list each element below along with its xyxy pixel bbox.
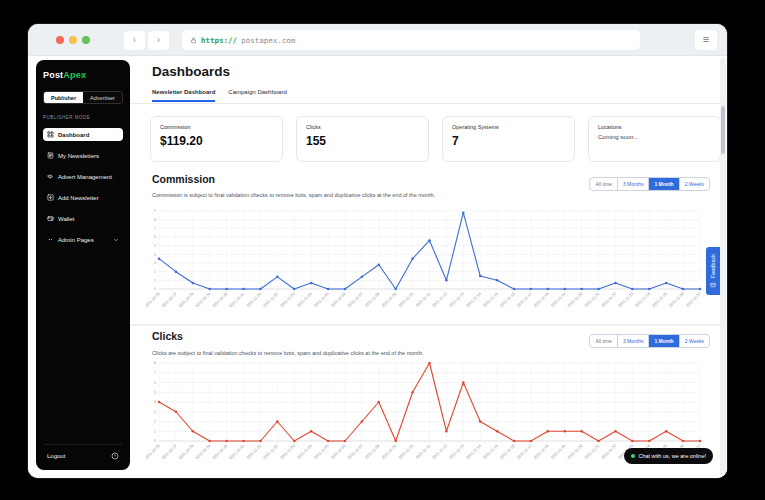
svg-text:2021-11-03: 2021-11-03 <box>280 444 296 460</box>
svg-text:3: 3 <box>154 261 156 265</box>
svg-text:2021-11-15: 2021-11-15 <box>482 292 498 308</box>
svg-text:2021-11-21: 2021-11-21 <box>584 292 600 308</box>
back-button[interactable]: ‹ <box>124 31 145 50</box>
stat-card-commission: Commission$119.20 <box>150 116 283 162</box>
scrollbar-track[interactable] <box>720 58 726 476</box>
svg-text:2021-11-18: 2021-11-18 <box>533 444 549 460</box>
svg-text:2: 2 <box>154 420 156 424</box>
svg-text:2021-10-27: 2021-10-27 <box>161 444 178 461</box>
scrollbar-thumb[interactable] <box>721 106 725 154</box>
sidebar-item-advert-management[interactable]: Advert Management <box>43 170 123 183</box>
tab-newsletter-dashboard[interactable]: Newsletter Dashboard <box>152 89 215 102</box>
svg-text:2021-11-16: 2021-11-16 <box>499 292 515 308</box>
svg-text:2021-11-05: 2021-11-05 <box>313 444 329 460</box>
filter-1-month-button[interactable]: 1 Month <box>648 335 678 347</box>
svg-text:2021-11-07: 2021-11-07 <box>347 292 363 308</box>
svg-text:2021-11-02: 2021-11-02 <box>263 444 279 460</box>
sidebar-item-admin-pages[interactable]: Admin Pages <box>43 233 123 246</box>
svg-text:0: 0 <box>154 439 156 443</box>
filter-2-weeks-button[interactable]: 2 Weeks <box>679 335 709 347</box>
stat-card-clicks: Clicks155 <box>296 116 429 162</box>
svg-text:2021-11-07: 2021-11-07 <box>347 444 363 460</box>
svg-text:2021-11-04: 2021-11-04 <box>297 292 313 308</box>
sidebar: PostApex PublisherAdvertiser PUBLISHER M… <box>36 60 130 470</box>
stat-card-locations: LocationsComing soon... <box>588 116 721 162</box>
commission-line-chart: 01234567892021-10-262021-10-272021-10-28… <box>146 206 712 318</box>
svg-text:2021-11-12: 2021-11-12 <box>432 292 448 308</box>
svg-text:2021-11-22: 2021-11-22 <box>601 444 617 460</box>
stat-label: Locations <box>598 124 711 130</box>
sidebar-item-label: Add Newsletter <box>58 195 99 201</box>
url-host: postapex.com <box>241 36 295 45</box>
filter-3-months-button[interactable]: 3 Months <box>617 335 649 347</box>
feedback-tab[interactable]: Feedback <box>706 247 720 295</box>
svg-text:6: 6 <box>154 381 156 385</box>
svg-text:4: 4 <box>154 253 156 257</box>
svg-text:2021-11-17: 2021-11-17 <box>516 444 532 460</box>
svg-text:2021-11-17: 2021-11-17 <box>516 292 532 308</box>
sidebar-item-wallet[interactable]: Wallet <box>43 212 123 225</box>
svg-text:2021-10-28: 2021-10-28 <box>178 444 195 461</box>
header-divider <box>130 103 727 104</box>
chat-widget[interactable]: Chat with us, we are online! <box>624 448 713 464</box>
stat-card-operating-systems: Operating Systems7 <box>442 116 575 162</box>
time-filter-group: All time3 Months1 Month2 Weeks <box>589 177 710 191</box>
svg-text:2021-11-14: 2021-11-14 <box>466 444 482 460</box>
logout-label: Logout <box>47 453 65 459</box>
svg-text:2021-11-14: 2021-11-14 <box>466 292 482 308</box>
sidebar-item-label: Admin Pages <box>58 237 94 243</box>
filter-3-months-button[interactable]: 3 Months <box>617 178 649 190</box>
svg-text:6: 6 <box>154 235 156 239</box>
svg-text:5: 5 <box>154 391 156 395</box>
mode-toggle: PublisherAdvertiser <box>43 91 123 104</box>
dashboard-icon <box>47 131 54 138</box>
newsletters-icon <box>47 152 54 159</box>
svg-text:2021-11-22: 2021-11-22 <box>601 292 617 308</box>
sidebar-item-dashboard[interactable]: Dashboard <box>43 128 123 141</box>
wallet-icon <box>47 215 54 222</box>
close-window-button[interactable] <box>56 36 64 44</box>
mode-tab-publisher[interactable]: Publisher <box>44 92 83 103</box>
tab-campaign-dashboard[interactable]: Campaign Dashboard <box>228 89 286 102</box>
minimize-window-button[interactable] <box>69 36 77 44</box>
sidebar-item-my-newsletters[interactable]: My Newsletters <box>43 149 123 162</box>
svg-text:2021-10-31: 2021-10-31 <box>229 292 246 309</box>
logout-button[interactable]: Logout <box>44 444 122 462</box>
commission-section-subtitle: Commission is subject to final validatio… <box>152 191 452 200</box>
svg-text:1: 1 <box>154 430 156 434</box>
browser-window: ‹ › https://postapex.com ≡ PostApex Publ… <box>28 24 727 478</box>
sidebar-item-add-newsletter[interactable]: Add Newsletter <box>43 191 123 204</box>
address-bar[interactable]: https://postapex.com <box>182 30 640 50</box>
app-page: PostApex PublisherAdvertiser PUBLISHER M… <box>28 56 727 478</box>
stat-value: $119.20 <box>160 134 273 148</box>
lock-icon <box>190 36 197 45</box>
forward-button[interactable]: › <box>148 31 169 50</box>
stat-label: Clicks <box>306 124 419 130</box>
time-filter-group: All time3 Months1 Month2 Weeks <box>589 334 710 348</box>
mode-tab-advertiser[interactable]: Advertiser <box>83 92 122 103</box>
page-title: Dashboards <box>152 64 230 79</box>
zoom-window-button[interactable] <box>82 36 90 44</box>
svg-text:2021-11-23: 2021-11-23 <box>618 292 634 308</box>
svg-text:2021-11-12: 2021-11-12 <box>432 444 448 460</box>
svg-text:7: 7 <box>154 227 156 231</box>
svg-text:2021-10-31: 2021-10-31 <box>229 444 246 461</box>
browser-nav-buttons: ‹ › <box>124 31 169 50</box>
svg-text:2021-11-25: 2021-11-25 <box>652 292 668 308</box>
svg-text:2021-11-13: 2021-11-13 <box>449 444 465 460</box>
svg-text:2021-11-06: 2021-11-06 <box>330 444 346 460</box>
svg-text:2021-11-10: 2021-11-10 <box>398 444 414 460</box>
url-scheme: https:// <box>201 36 237 45</box>
clicks-section-subtitle: Clicks are subject to final validation c… <box>152 349 423 358</box>
filter-all-time-button[interactable]: All time <box>590 335 616 347</box>
online-dot-icon <box>631 454 635 458</box>
svg-text:2021-11-24: 2021-11-24 <box>635 292 651 308</box>
filter-1-month-button[interactable]: 1 Month <box>648 178 678 190</box>
main-content: Dashboards Newsletter DashboardCampaign … <box>130 56 727 478</box>
browser-menu-button[interactable]: ≡ <box>695 30 717 50</box>
filter-2-weeks-button[interactable]: 2 Weeks <box>679 178 709 190</box>
mode-label: PUBLISHER MODE <box>43 115 123 120</box>
filter-all-time-button[interactable]: All time <box>590 178 616 190</box>
svg-text:2021-10-29: 2021-10-29 <box>195 292 212 309</box>
svg-text:0: 0 <box>154 287 156 291</box>
